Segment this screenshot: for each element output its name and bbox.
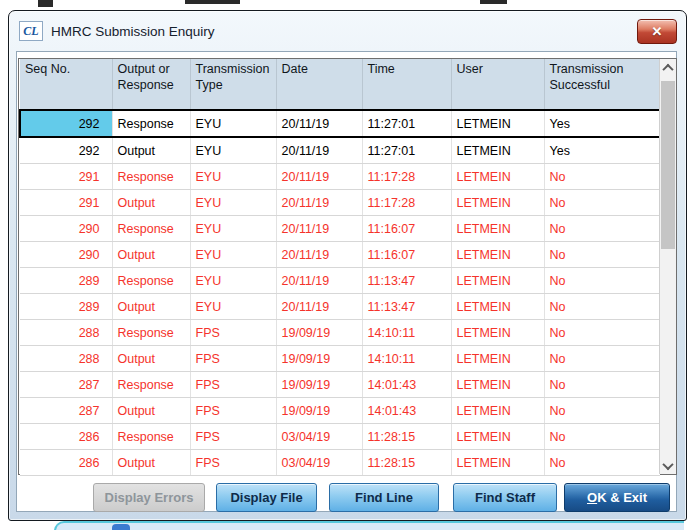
table-row[interactable]: 291 Output EYU 20/11/19 11:17:28 LETMEIN… [20,190,660,216]
cell-time: 14:10:11 [362,320,451,346]
dialog-hmrc-submission-enquiry: CL HMRC Submission Enquiry ✕ Seq No. Out… [8,10,687,521]
column-header-user[interactable]: User [451,59,544,110]
cell-transmission-successful: No [544,294,660,320]
cell-output-or-response: Response [112,424,190,450]
close-button[interactable]: ✕ [637,19,677,44]
cell-user: LETMEIN [451,398,544,424]
display-errors-label: Display Errors [105,490,194,505]
cell-transmission-type: EYU [190,110,276,137]
display-errors-button[interactable]: Display Errors [93,483,205,512]
table-row[interactable]: 287 Output FPS 19/09/19 14:01:43 LETMEIN… [20,398,660,424]
cell-seq-no: 288 [20,346,112,372]
submission-grid-table: Seq No. Output or Response Transmission … [19,59,661,476]
cell-seq-no: 287 [20,372,112,398]
scrollbar-thumb[interactable] [661,81,675,249]
cell-transmission-successful: Yes [544,137,660,164]
cell-transmission-type: FPS [190,424,276,450]
button-bar: Display Errors Display File Find Line Fi… [17,483,676,512]
table-row[interactable]: 286 Output FPS 03/04/19 11:28:15 LETMEIN… [20,450,660,476]
cell-date: 20/11/19 [276,190,362,216]
column-header-transmission-successful[interactable]: Transmission Successful [544,59,660,110]
cell-transmission-successful: No [544,320,660,346]
cell-date: 20/11/19 [276,294,362,320]
cell-date: 19/09/19 [276,372,362,398]
cell-seq-no: 290 [20,242,112,268]
cell-transmission-type: EYU [190,268,276,294]
cell-output-or-response: Output [112,346,190,372]
cell-transmission-type: FPS [190,398,276,424]
cell-seq-no: 286 [20,450,112,476]
cell-transmission-successful: No [544,398,660,424]
table-row[interactable]: 290 Output EYU 20/11/19 11:16:07 LETMEIN… [20,242,660,268]
cell-user: LETMEIN [451,268,544,294]
cell-transmission-successful: No [544,216,660,242]
cell-output-or-response: Output [112,242,190,268]
column-header-output-or-response[interactable]: Output or Response [112,59,190,110]
cell-time: 11:16:07 [362,242,451,268]
scroll-up-button[interactable] [660,59,676,76]
cell-output-or-response: Response [112,320,190,346]
cell-transmission-successful: No [544,190,660,216]
cell-transmission-successful: Yes [544,110,660,137]
cropped-artifact [185,0,240,4]
column-header-seq-no[interactable]: Seq No. [20,59,112,110]
table-row[interactable]: 287 Response FPS 19/09/19 14:01:43 LETME… [20,372,660,398]
cell-user: LETMEIN [451,164,544,190]
close-icon: ✕ [652,25,663,38]
cell-seq-no: 292 [20,137,112,164]
cell-date: 20/11/19 [276,110,362,137]
column-header-date[interactable]: Date [276,59,362,110]
background-window-glyph [112,524,130,530]
cell-transmission-type: EYU [190,294,276,320]
window-title: HMRC Submission Enquiry [51,24,215,39]
cell-output-or-response: Output [112,137,190,164]
cropped-artifact [480,0,507,4]
display-file-button[interactable]: Display File [216,483,317,512]
table-row[interactable]: 292 Output EYU 20/11/19 11:27:01 LETMEIN… [20,137,660,164]
cell-output-or-response: Output [112,294,190,320]
cell-date: 19/09/19 [276,346,362,372]
scroll-down-button[interactable] [660,457,676,474]
cell-time: 11:28:15 [362,450,451,476]
table-row[interactable]: 289 Output EYU 20/11/19 11:13:47 LETMEIN… [20,294,660,320]
cell-seq-no: 287 [20,398,112,424]
cell-user: LETMEIN [451,346,544,372]
column-header-transmission-type[interactable]: Transmission Type [190,59,276,110]
cell-seq-no: 291 [20,190,112,216]
cell-date: 20/11/19 [276,137,362,164]
cell-user: LETMEIN [451,242,544,268]
cell-seq-no: 292 [20,110,112,137]
table-row[interactable]: 292 Response EYU 20/11/19 11:27:01 LETME… [20,110,660,137]
table-row[interactable]: 288 Response FPS 19/09/19 14:10:11 LETME… [20,320,660,346]
find-line-button[interactable]: Find Line [329,483,439,512]
display-file-label: Display File [230,490,302,505]
cell-seq-no: 286 [20,424,112,450]
cell-time: 14:01:43 [362,398,451,424]
table-row[interactable]: 288 Output FPS 19/09/19 14:10:11 LETMEIN… [20,346,660,372]
cell-user: LETMEIN [451,320,544,346]
table-row[interactable]: 286 Response FPS 03/04/19 11:28:15 LETME… [20,424,660,450]
chevron-down-icon [662,458,673,469]
vertical-scrollbar[interactable] [659,59,676,474]
cell-transmission-type: FPS [190,372,276,398]
table-header-row: Seq No. Output or Response Transmission … [20,59,660,110]
cell-date: 03/04/19 [276,424,362,450]
cell-date: 03/04/19 [276,450,362,476]
cell-output-or-response: Output [112,398,190,424]
cell-transmission-type: EYU [190,190,276,216]
table-row[interactable]: 289 Response EYU 20/11/19 11:13:47 LETME… [20,268,660,294]
table-row[interactable]: 290 Response EYU 20/11/19 11:16:07 LETME… [20,216,660,242]
ok-exit-button[interactable]: OK & Exit [564,483,670,512]
find-staff-button[interactable]: Find Staff [453,483,557,512]
table-row[interactable]: 291 Response EYU 20/11/19 11:17:28 LETME… [20,164,660,190]
cell-time: 11:17:28 [362,164,451,190]
cell-user: LETMEIN [451,216,544,242]
cell-date: 19/09/19 [276,320,362,346]
column-header-time[interactable]: Time [362,59,451,110]
cell-transmission-type: EYU [190,164,276,190]
chevron-up-icon [662,63,673,74]
cell-seq-no: 290 [20,216,112,242]
titlebar[interactable]: CL HMRC Submission Enquiry ✕ [9,11,686,51]
cropped-artifact [38,0,53,7]
cell-seq-no: 289 [20,268,112,294]
